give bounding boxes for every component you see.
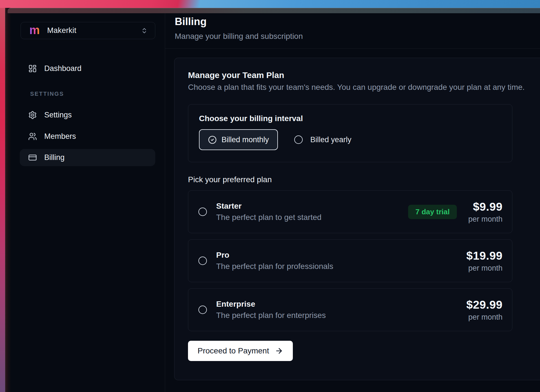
sidebar-item-label: Billing: [44, 153, 65, 162]
plan-description: The perfect plan for professionals: [216, 262, 333, 271]
credit-card-icon: [28, 153, 37, 162]
billed-monthly-label: Billed monthly: [222, 135, 269, 144]
sidebar-item-dashboard[interactable]: Dashboard: [20, 60, 155, 77]
sidebar-item-label: Dashboard: [44, 64, 81, 73]
sidebar-item-settings[interactable]: Settings: [20, 106, 155, 124]
plan-option-enterprise[interactable]: Enterprise The perfect plan for enterpri…: [188, 288, 512, 331]
desktop-wallpaper-top: [0, 0, 540, 8]
plan-description: The perfect plan for enterprises: [216, 311, 326, 320]
plan-price: $9.99: [468, 200, 503, 213]
sidebar-section-settings: SETTINGS: [30, 91, 64, 97]
plan-price: $29.99: [466, 298, 503, 311]
app-window: m Makerkit Dashboard SETTINGS Settings M…: [10, 13, 540, 392]
plan-period: per month: [468, 215, 503, 224]
card-description: Choose a plan that fits your team's need…: [188, 83, 530, 92]
pick-plan-label: Pick your preferred plan: [188, 175, 530, 184]
trial-badge: 7 day trial: [408, 205, 457, 219]
radio-unselected-icon[interactable]: [198, 257, 207, 265]
window-edge-shadow: [5, 8, 10, 392]
radio-unselected-icon[interactable]: [198, 306, 207, 314]
proceed-to-payment-button[interactable]: Proceed to Payment: [188, 341, 293, 361]
users-icon: [28, 132, 37, 141]
workspace-selector[interactable]: m Makerkit: [21, 22, 155, 39]
header-divider: [165, 48, 540, 49]
arrow-right-icon: [275, 347, 283, 355]
card-title: Manage your Team Plan: [188, 70, 530, 80]
window-titlebar: [8, 8, 540, 13]
plan-name: Starter: [216, 202, 322, 211]
sidebar-item-label: Settings: [44, 111, 72, 119]
plan-option-pro[interactable]: Pro The perfect plan for professionals $…: [188, 239, 512, 282]
plan-period: per month: [466, 264, 503, 273]
team-plan-card: Manage your Team Plan Choose a plan that…: [174, 58, 540, 380]
makerkit-logo-icon: m: [29, 24, 40, 36]
billing-interval-label: Choose your billing interval: [199, 114, 501, 123]
billed-yearly-option[interactable]: Billed yearly: [294, 135, 351, 144]
proceed-to-payment-label: Proceed to Payment: [198, 346, 269, 355]
plan-name: Enterprise: [216, 300, 326, 309]
sidebar-item-label: Members: [44, 132, 76, 141]
check-circle-icon: [208, 135, 217, 144]
dashboard-icon: [28, 64, 37, 73]
billed-monthly-option[interactable]: Billed monthly: [199, 129, 278, 150]
plan-price: $19.99: [466, 249, 503, 262]
desktop-wallpaper-left: [0, 8, 5, 392]
sidebar-divider: [165, 13, 165, 392]
plan-description: The perfect plan to get started: [216, 213, 322, 222]
radio-unselected-icon: [294, 135, 303, 144]
radio-unselected-icon[interactable]: [198, 208, 207, 216]
sidebar-item-billing[interactable]: Billing: [20, 149, 155, 166]
billing-interval-group: Choose your billing interval Billed mont…: [188, 104, 512, 162]
billed-yearly-label: Billed yearly: [310, 135, 351, 144]
plan-period: per month: [466, 313, 503, 322]
plan-option-starter[interactable]: Starter The perfect plan to get started …: [188, 190, 512, 233]
plan-name: Pro: [216, 251, 333, 260]
page-title: Billing: [175, 16, 207, 28]
sidebar-item-members[interactable]: Members: [20, 128, 155, 145]
page-subtitle: Manage your billing and subscription: [175, 32, 303, 41]
gear-icon: [28, 111, 37, 119]
workspace-name: Makerkit: [47, 26, 76, 35]
chevrons-up-down-icon: [141, 27, 148, 34]
